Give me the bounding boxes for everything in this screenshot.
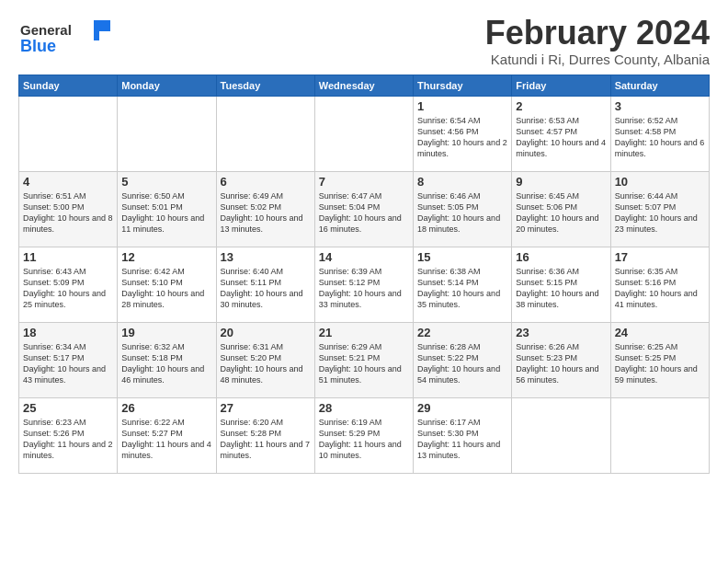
calendar-cell: 17Sunrise: 6:35 AM Sunset: 5:16 PM Dayli… [610, 247, 709, 322]
day-info: Sunrise: 6:35 AM Sunset: 5:16 PM Dayligh… [615, 266, 705, 311]
calendar-cell: 5Sunrise: 6:50 AM Sunset: 5:01 PM Daylig… [118, 171, 216, 247]
day-number: 10 [615, 175, 705, 189]
calendar-cell: 8Sunrise: 6:46 AM Sunset: 5:05 PM Daylig… [414, 171, 512, 247]
calendar-cell: 18Sunrise: 6:34 AM Sunset: 5:17 PM Dayli… [19, 322, 118, 397]
calendar-header-row: Sunday Monday Tuesday Wednesday Thursday… [19, 75, 710, 96]
day-info: Sunrise: 6:51 AM Sunset: 5:00 PM Dayligh… [23, 190, 113, 236]
day-info: Sunrise: 6:36 AM Sunset: 5:15 PM Dayligh… [516, 266, 606, 311]
calendar-cell: 16Sunrise: 6:36 AM Sunset: 5:15 PM Dayli… [512, 247, 610, 322]
day-number: 12 [121, 250, 211, 264]
day-info: Sunrise: 6:47 AM Sunset: 5:04 PM Dayligh… [319, 190, 409, 236]
day-info: Sunrise: 6:53 AM Sunset: 4:57 PM Dayligh… [516, 115, 606, 160]
calendar-cell: 23Sunrise: 6:26 AM Sunset: 5:23 PM Dayli… [512, 322, 610, 397]
calendar-cell: 7Sunrise: 6:47 AM Sunset: 5:04 PM Daylig… [314, 171, 413, 247]
col-monday: Monday [118, 75, 216, 96]
week-row-5: 25Sunrise: 6:23 AM Sunset: 5:26 PM Dayli… [19, 397, 710, 473]
day-info: Sunrise: 6:54 AM Sunset: 4:56 PM Dayligh… [417, 115, 507, 160]
month-title: February 2024 [485, 15, 710, 52]
location-title: Katundi i Ri, Durres County, Albania [485, 52, 710, 67]
day-number: 6 [221, 175, 311, 189]
logo: General Blue [18, 15, 119, 59]
calendar-cell: 21Sunrise: 6:29 AM Sunset: 5:21 PM Dayli… [314, 322, 413, 397]
col-wednesday: Wednesday [314, 75, 413, 96]
day-number: 17 [615, 250, 705, 264]
day-number: 4 [23, 175, 113, 189]
calendar-cell: 9Sunrise: 6:45 AM Sunset: 5:06 PM Daylig… [512, 171, 610, 247]
day-number: 15 [417, 250, 507, 264]
day-number: 20 [221, 326, 311, 339]
calendar-cell: 12Sunrise: 6:42 AM Sunset: 5:10 PM Dayli… [118, 247, 216, 322]
day-number: 21 [319, 326, 409, 339]
calendar-cell [610, 397, 709, 473]
col-friday: Friday [512, 75, 610, 96]
day-number: 8 [417, 175, 507, 189]
day-number: 9 [516, 175, 606, 189]
title-section: February 2024 Katundi i Ri, Durres Count… [485, 15, 710, 67]
day-info: Sunrise: 6:32 AM Sunset: 5:18 PM Dayligh… [121, 341, 211, 386]
week-row-1: 1Sunrise: 6:54 AM Sunset: 4:56 PM Daylig… [19, 96, 710, 171]
calendar-cell: 20Sunrise: 6:31 AM Sunset: 5:20 PM Dayli… [216, 322, 314, 397]
calendar-cell: 11Sunrise: 6:43 AM Sunset: 5:09 PM Dayli… [19, 247, 118, 322]
day-number: 29 [417, 401, 507, 415]
col-thursday: Thursday [414, 75, 512, 96]
day-info: Sunrise: 6:34 AM Sunset: 5:17 PM Dayligh… [23, 341, 113, 386]
svg-text:Blue: Blue [20, 37, 56, 55]
calendar-cell: 13Sunrise: 6:40 AM Sunset: 5:11 PM Dayli… [216, 247, 314, 322]
day-number: 5 [121, 175, 211, 189]
day-number: 13 [221, 250, 311, 264]
day-info: Sunrise: 6:22 AM Sunset: 5:27 PM Dayligh… [121, 417, 211, 462]
day-number: 3 [615, 99, 705, 113]
day-number: 7 [319, 175, 409, 189]
day-info: Sunrise: 6:19 AM Sunset: 5:29 PM Dayligh… [319, 417, 409, 462]
day-number: 25 [23, 401, 113, 415]
day-number: 23 [516, 326, 606, 339]
col-tuesday: Tuesday [216, 75, 314, 96]
calendar-cell [512, 397, 610, 473]
calendar-cell [118, 96, 216, 171]
calendar-cell [19, 96, 118, 171]
day-number: 14 [319, 250, 409, 264]
day-number: 27 [221, 401, 311, 415]
day-info: Sunrise: 6:29 AM Sunset: 5:21 PM Dayligh… [319, 341, 409, 386]
day-info: Sunrise: 6:43 AM Sunset: 5:09 PM Dayligh… [23, 266, 113, 311]
day-info: Sunrise: 6:25 AM Sunset: 5:25 PM Dayligh… [615, 341, 705, 386]
day-info: Sunrise: 6:42 AM Sunset: 5:10 PM Dayligh… [121, 266, 211, 311]
day-info: Sunrise: 6:20 AM Sunset: 5:28 PM Dayligh… [221, 417, 311, 462]
header-section: General Blue February 2024 Katundi i Ri,… [18, 15, 710, 67]
calendar-cell: 27Sunrise: 6:20 AM Sunset: 5:28 PM Dayli… [216, 397, 314, 473]
calendar-cell: 24Sunrise: 6:25 AM Sunset: 5:25 PM Dayli… [610, 322, 709, 397]
day-number: 28 [319, 401, 409, 415]
week-row-3: 11Sunrise: 6:43 AM Sunset: 5:09 PM Dayli… [19, 247, 710, 322]
calendar-cell: 15Sunrise: 6:38 AM Sunset: 5:14 PM Dayli… [414, 247, 512, 322]
day-number: 2 [516, 99, 606, 113]
calendar-cell: 6Sunrise: 6:49 AM Sunset: 5:02 PM Daylig… [216, 171, 314, 247]
calendar-cell: 29Sunrise: 6:17 AM Sunset: 5:30 PM Dayli… [414, 397, 512, 473]
calendar-cell [314, 96, 413, 171]
day-info: Sunrise: 6:52 AM Sunset: 4:58 PM Dayligh… [615, 115, 705, 160]
day-info: Sunrise: 6:23 AM Sunset: 5:26 PM Dayligh… [23, 417, 113, 462]
week-row-2: 4Sunrise: 6:51 AM Sunset: 5:00 PM Daylig… [19, 171, 710, 247]
calendar-cell [216, 96, 314, 171]
calendar-table: Sunday Monday Tuesday Wednesday Thursday… [18, 75, 710, 474]
day-number: 22 [417, 326, 507, 339]
day-number: 1 [417, 99, 507, 113]
day-info: Sunrise: 6:49 AM Sunset: 5:02 PM Dayligh… [221, 190, 311, 236]
calendar-cell: 1Sunrise: 6:54 AM Sunset: 4:56 PM Daylig… [414, 96, 512, 171]
calendar-cell: 4Sunrise: 6:51 AM Sunset: 5:00 PM Daylig… [19, 171, 118, 247]
calendar-cell: 25Sunrise: 6:23 AM Sunset: 5:26 PM Dayli… [19, 397, 118, 473]
day-info: Sunrise: 6:17 AM Sunset: 5:30 PM Dayligh… [417, 417, 507, 462]
col-sunday: Sunday [19, 75, 118, 96]
calendar-cell: 22Sunrise: 6:28 AM Sunset: 5:22 PM Dayli… [414, 322, 512, 397]
day-info: Sunrise: 6:45 AM Sunset: 5:06 PM Dayligh… [516, 190, 606, 236]
logo-svg: General Blue [18, 15, 119, 59]
day-number: 24 [615, 326, 705, 339]
day-info: Sunrise: 6:40 AM Sunset: 5:11 PM Dayligh… [221, 266, 311, 311]
day-info: Sunrise: 6:26 AM Sunset: 5:23 PM Dayligh… [516, 341, 606, 386]
page-container: General Blue February 2024 Katundi i Ri,… [0, 0, 728, 483]
calendar-cell: 14Sunrise: 6:39 AM Sunset: 5:12 PM Dayli… [314, 247, 413, 322]
calendar-cell: 28Sunrise: 6:19 AM Sunset: 5:29 PM Dayli… [314, 397, 413, 473]
day-info: Sunrise: 6:28 AM Sunset: 5:22 PM Dayligh… [417, 341, 507, 386]
svg-text:General: General [20, 22, 72, 38]
svg-marker-2 [94, 20, 110, 40]
day-number: 16 [516, 250, 606, 264]
